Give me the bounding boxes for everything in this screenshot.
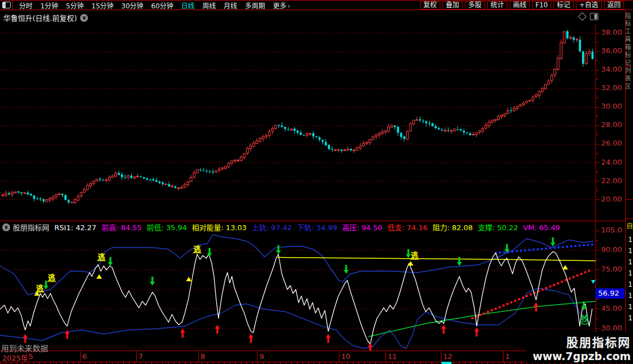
price-tick-label: 24.00 — [596, 158, 625, 166]
param-value-7: 低支: 74.16 — [388, 223, 428, 232]
action-button-7[interactable]: +自选 — [576, 1, 602, 10]
month-separator — [198, 351, 199, 362]
more-menu[interactable]: 更多› — [269, 1, 294, 10]
period-tab-4[interactable]: 30分钟 — [118, 1, 147, 10]
action-button-1[interactable]: 叠加 — [443, 1, 463, 10]
month-separator — [339, 351, 339, 362]
indicator-minor-tick — [596, 279, 598, 280]
watermark: 股朋指标网 www.7gpzb.com — [526, 332, 632, 363]
param-value-10: VM: 65.49 — [523, 223, 560, 232]
toolbar-actions: 复权叠加多股统计画线F10标记+自选返回 — [420, 1, 633, 10]
indicator-source-label: 股朋指标网 — [13, 222, 49, 232]
price-minor-tick — [596, 190, 598, 191]
sidebar-glyph-strip: 指标工具箱标记列表区 — [625, 12, 631, 91]
current-value-badge: 56.92 — [595, 288, 625, 298]
svg-text:逃: 逃 — [193, 245, 201, 253]
param-value-3: 相对能量: 13.03 — [192, 223, 247, 232]
price-tick-label: 36.00 — [596, 46, 625, 55]
period-tab-3[interactable]: 15分钟 — [87, 1, 117, 10]
watermark-brand: 股朋指标网 — [533, 333, 631, 350]
month-label: 11 — [388, 352, 397, 361]
action-button-5[interactable]: F10 — [532, 1, 551, 10]
indicator-axis: 105.090.0075.0045.0030.0056.92 — [596, 221, 625, 351]
indicator-tick-label: 105.0 — [596, 226, 625, 234]
indicator-minor-tick — [596, 240, 598, 241]
chevron-down-icon[interactable]: ∨ — [80, 14, 88, 22]
indicator-minor-tick — [596, 299, 598, 300]
month-label: 8 — [201, 352, 205, 361]
action-button-4[interactable]: 画线 — [510, 1, 530, 10]
indicator-minor-tick — [596, 319, 598, 319]
candlestick-chart[interactable] — [0, 25, 595, 221]
sidebar-divider — [626, 218, 633, 219]
month-separator — [385, 351, 386, 362]
price-minor-tick — [596, 79, 598, 80]
price-minor-tick — [596, 97, 598, 98]
param-value-2: 前低: 35.94 — [147, 223, 187, 232]
month-separator — [136, 351, 137, 362]
price-tick-label: 26.00 — [596, 139, 625, 147]
indicator-param-bar: ∨ 股朋指标网 RSI1: 42.27前高: 84.55前低: 35.94相对能… — [0, 221, 595, 233]
month-separator — [441, 351, 441, 362]
price-tick-label: 30.00 — [596, 102, 625, 110]
watermark-url: www.7gpzb.com — [533, 350, 631, 362]
indicator-tick-label: 45.00 — [596, 304, 625, 312]
toolbar-periods: 分时1分钟5分钟15分钟30分钟60分钟日线周线月线多周期更多› — [13, 1, 294, 10]
split-window-icon — [2, 2, 11, 8]
period-tab-5[interactable]: 60分钟 — [147, 1, 177, 10]
period-tab-8[interactable]: 月线 — [220, 1, 241, 10]
indicator-tick-label: 30.00 — [596, 324, 625, 332]
svg-text:逃: 逃 — [97, 253, 105, 261]
indicator-minor-tick — [596, 260, 598, 260]
indicator-chart[interactable]: 逃逃逃逃逃抄 — [0, 233, 595, 351]
period-tab-1[interactable]: 1分钟 — [36, 1, 62, 10]
month-separator — [80, 351, 81, 362]
sidebar-yellow-glyph: 自 — [626, 221, 633, 230]
panel-toggle-icon[interactable] — [590, 13, 598, 20]
month-label: 5 — [29, 352, 33, 361]
price-tick-label: 22.00 — [596, 176, 625, 185]
period-tab-6[interactable]: 日线 — [177, 1, 198, 10]
month-separator — [503, 351, 504, 362]
year-label: 2025年 — [2, 352, 28, 363]
svg-text:逃: 逃 — [36, 284, 44, 292]
period-tab-7[interactable]: 周线 — [198, 1, 220, 10]
month-label: 7 — [138, 352, 143, 361]
more-arrow-icon: › — [286, 2, 290, 10]
scroll-position-tag[interactable] — [441, 362, 452, 364]
stock-app-window: 分时1分钟5分钟15分钟30分钟60分钟日线周线月线多周期更多› 复权叠加多股统… — [0, 0, 633, 364]
month-label: 12 — [443, 352, 453, 361]
collapse-icon[interactable]: ∨ — [2, 223, 10, 231]
period-tab-9[interactable]: 多周期 — [241, 1, 269, 10]
future-data-note: 用到未来数据 — [1, 342, 48, 353]
param-value-8: 阻力: 82.08 — [432, 223, 473, 232]
month-label: 6 — [82, 352, 87, 361]
param-value-5: 下轨: 34.99 — [297, 223, 337, 232]
action-button-2[interactable]: 多股 — [465, 1, 485, 10]
price-minor-tick — [596, 134, 598, 135]
action-button-6[interactable]: 标记 — [553, 1, 574, 10]
svg-text:逃: 逃 — [411, 251, 418, 259]
param-value-9: 支撑: 50.22 — [478, 223, 518, 232]
period-tab-0[interactable]: 分时 — [15, 1, 36, 10]
price-minor-tick — [596, 153, 598, 154]
svg-text:抄: 抄 — [581, 314, 588, 323]
param-value-6: 高压: 94.50 — [342, 223, 383, 232]
right-sidebar-clipped[interactable]: 指标工具箱标记列表区 自 11111111 — [625, 10, 633, 364]
toolbar: 分时1分钟5分钟15分钟30分钟60分钟日线周线月线多周期更多› 复权叠加多股统… — [0, 0, 633, 10]
action-button-0[interactable]: 复权 — [420, 1, 440, 10]
sidebar-digit-column: 11111111 — [628, 234, 632, 324]
price-minor-tick — [596, 60, 598, 61]
month-label: 10 — [341, 352, 351, 361]
price-minor-tick — [596, 42, 598, 43]
sidebar-divider — [626, 199, 633, 200]
action-button-8[interactable]: 返回 — [604, 1, 624, 10]
action-button-3[interactable]: 统计 — [487, 1, 508, 10]
price-tick-label: 32.00 — [596, 83, 625, 92]
month-label: 9 — [259, 352, 264, 361]
indicator-params: RSI1: 42.27前高: 84.55前低: 35.94相对能量: 13.03… — [54, 222, 565, 232]
layout-toggle-button[interactable] — [0, 1, 13, 10]
sidebar-divider — [626, 66, 633, 67]
diamond-icon[interactable] — [578, 12, 587, 21]
period-tab-2[interactable]: 5分钟 — [62, 1, 88, 10]
